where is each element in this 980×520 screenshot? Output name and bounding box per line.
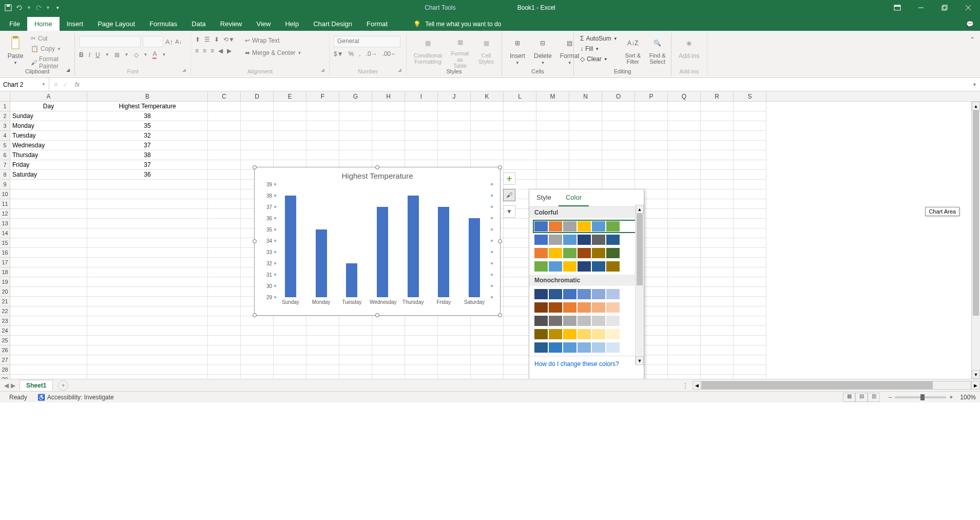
cell[interactable]	[10, 287, 87, 297]
cell[interactable]	[701, 160, 734, 170]
cell[interactable]: 35	[87, 121, 208, 131]
cell[interactable]	[339, 345, 372, 355]
cell[interactable]	[306, 121, 339, 131]
cell[interactable]	[372, 150, 405, 160]
cell[interactable]	[701, 258, 734, 267]
cell[interactable]	[668, 355, 701, 365]
cell[interactable]	[438, 345, 471, 355]
delete-cells-button[interactable]: ⊟Delete▼	[531, 34, 555, 70]
cell[interactable]	[602, 170, 635, 180]
cell[interactable]	[241, 365, 274, 375]
cell[interactable]	[274, 326, 306, 336]
cell[interactable]	[306, 141, 339, 150]
cell[interactable]	[602, 141, 635, 150]
cell[interactable]	[701, 219, 734, 228]
cell[interactable]	[372, 131, 405, 141]
cell[interactable]	[438, 365, 471, 375]
cell[interactable]	[734, 180, 766, 189]
cell[interactable]	[10, 219, 87, 228]
cell[interactable]	[668, 365, 701, 375]
cell[interactable]	[471, 336, 504, 345]
cell[interactable]	[668, 219, 701, 228]
cell[interactable]	[635, 111, 668, 121]
cell[interactable]	[208, 345, 241, 355]
cell[interactable]	[668, 345, 701, 355]
chart-styles-button[interactable]: 🖌	[503, 189, 515, 201]
addins-button[interactable]: ◉Add-ins	[676, 34, 703, 70]
cell[interactable]	[274, 316, 306, 326]
column-header[interactable]: R	[701, 91, 734, 101]
column-header[interactable]: O	[602, 91, 635, 101]
column-header[interactable]: E	[274, 91, 306, 101]
paste-button[interactable]: Paste ▼	[4, 34, 27, 70]
cell[interactable]	[87, 238, 208, 248]
cell[interactable]	[536, 170, 569, 180]
cell[interactable]	[10, 248, 87, 258]
decrease-font-icon[interactable]: A↓	[175, 38, 182, 45]
cell[interactable]	[734, 316, 766, 326]
cell[interactable]	[87, 316, 208, 326]
scroll-left-icon[interactable]: ◀	[693, 381, 701, 390]
redo-icon[interactable]	[34, 4, 43, 12]
cell[interactable]	[701, 355, 734, 365]
cell[interactable]	[438, 336, 471, 345]
cell[interactable]	[668, 297, 701, 306]
customize-qat-icon[interactable]: ▾	[56, 5, 59, 10]
cell[interactable]	[339, 121, 372, 131]
cell[interactable]	[635, 180, 668, 189]
cell[interactable]	[10, 199, 87, 209]
fill-button[interactable]: ↓Fill ▼	[578, 44, 620, 53]
tab-color[interactable]: Color	[559, 189, 589, 206]
column-header[interactable]: F	[306, 91, 339, 101]
cell[interactable]	[701, 297, 734, 306]
cell[interactable]	[87, 219, 208, 228]
increase-decimal-icon[interactable]: .0→	[366, 50, 377, 57]
cell[interactable]	[405, 316, 438, 326]
column-header[interactable]: I	[405, 91, 438, 101]
color-palette-option[interactable]	[534, 248, 639, 258]
cell[interactable]	[208, 170, 241, 180]
cell[interactable]	[701, 102, 734, 111]
cell[interactable]	[87, 336, 208, 345]
bar[interactable]	[438, 207, 449, 297]
cell[interactable]	[602, 131, 635, 141]
enter-formula-icon[interactable]: ✓	[63, 81, 68, 88]
cell[interactable]: 32	[87, 131, 208, 141]
cell[interactable]	[668, 199, 701, 209]
cell[interactable]	[701, 365, 734, 375]
next-sheet-icon[interactable]: ▶	[11, 382, 15, 389]
cell[interactable]	[701, 345, 734, 355]
vertical-scrollbar[interactable]: ▲ ▼	[971, 102, 980, 379]
cell[interactable]	[405, 365, 438, 375]
cell[interactable]	[241, 131, 274, 141]
cell[interactable]	[339, 375, 372, 379]
cell[interactable]	[471, 131, 504, 141]
row-header[interactable]: 9	[0, 180, 10, 189]
row-header[interactable]: 29	[0, 375, 10, 379]
cell[interactable]	[701, 209, 734, 219]
fill-color-icon[interactable]: ◇	[134, 51, 139, 59]
cell[interactable]	[208, 199, 241, 209]
cell[interactable]	[405, 336, 438, 345]
cell[interactable]	[668, 277, 701, 287]
column-header[interactable]: P	[635, 91, 668, 101]
align-top-icon[interactable]: ⬆	[195, 36, 200, 43]
row-header[interactable]: 4	[0, 131, 10, 141]
row-header[interactable]: 10	[0, 189, 10, 199]
cell[interactable]	[241, 102, 274, 111]
cell[interactable]	[438, 121, 471, 131]
cell[interactable]	[701, 180, 734, 189]
cell[interactable]	[339, 102, 372, 111]
cell[interactable]	[87, 209, 208, 219]
cell[interactable]	[471, 375, 504, 379]
cell[interactable]	[438, 355, 471, 365]
borders-icon[interactable]: ⊞	[114, 51, 120, 59]
cell[interactable]	[569, 150, 602, 160]
cell[interactable]	[241, 121, 274, 131]
cell[interactable]	[339, 355, 372, 365]
cell[interactable]	[87, 345, 208, 355]
cell[interactable]	[306, 375, 339, 379]
row-header[interactable]: 22	[0, 306, 10, 316]
cell[interactable]	[274, 121, 306, 131]
cell[interactable]	[339, 316, 372, 326]
